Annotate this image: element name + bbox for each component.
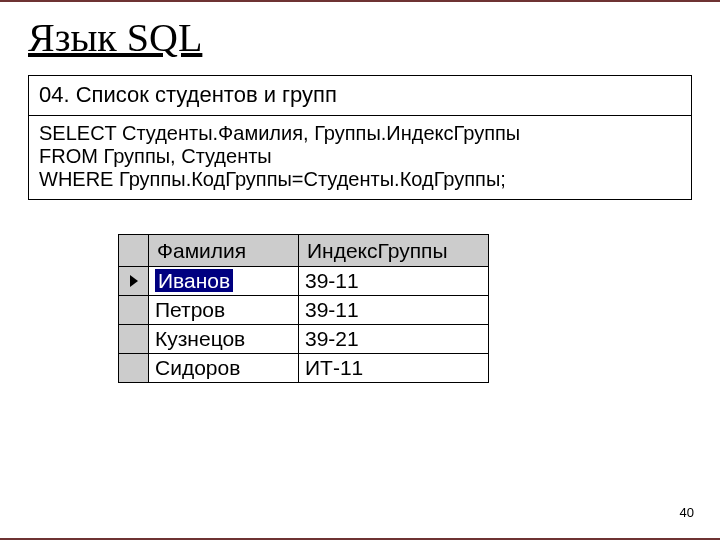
query-caption-box: 04. Список студентов и групп	[28, 75, 692, 116]
result-table: Фамилия ИндексГруппы Иванов39-11Петров39…	[118, 234, 489, 383]
sql-line-2: FROM Группы, Студенты	[39, 145, 681, 168]
cell-group[interactable]: ИТ-11	[299, 354, 489, 383]
query-caption: 04. Список студентов и групп	[39, 82, 337, 107]
row-selector-cell[interactable]	[119, 267, 149, 296]
page-title: Язык SQL	[28, 14, 692, 61]
column-header-group: ИндексГруппы	[299, 235, 489, 267]
row-selector-header	[119, 235, 149, 267]
cell-group[interactable]: 39-21	[299, 325, 489, 354]
svg-marker-0	[130, 275, 138, 287]
result-grid-container: Фамилия ИндексГруппы Иванов39-11Петров39…	[118, 234, 692, 383]
current-row-icon	[128, 274, 140, 288]
query-sql-box: SELECT Студенты.Фамилия, Группы.ИндексГр…	[28, 116, 692, 200]
row-selector-cell[interactable]	[119, 354, 149, 383]
sql-keyword-select: SELECT	[39, 122, 116, 144]
column-header-surname: Фамилия	[149, 235, 299, 267]
cell-group[interactable]: 39-11	[299, 267, 489, 296]
sql-line-1: SELECT Студенты.Фамилия, Группы.ИндексГр…	[39, 122, 681, 145]
table-row[interactable]: СидоровИТ-11	[119, 354, 489, 383]
sql-keyword-from: FROM	[39, 145, 98, 167]
sql-keyword-where: WHERE	[39, 168, 113, 190]
row-selector-cell[interactable]	[119, 325, 149, 354]
table-header-row: Фамилия ИндексГруппы	[119, 235, 489, 267]
cell-surname[interactable]: Кузнецов	[149, 325, 299, 354]
table-row[interactable]: Иванов39-11	[119, 267, 489, 296]
cell-surname[interactable]: Иванов	[149, 267, 299, 296]
selected-cell-value: Иванов	[155, 269, 233, 292]
sql-rest-2: Группы, Студенты	[98, 145, 272, 167]
table-row[interactable]: Петров39-11	[119, 296, 489, 325]
cell-surname[interactable]: Сидоров	[149, 354, 299, 383]
sql-rest-3: Группы.КодГруппы=Студенты.КодГруппы;	[113, 168, 505, 190]
sql-line-3: WHERE Группы.КодГруппы=Студенты.КодГрупп…	[39, 168, 681, 191]
cell-group[interactable]: 39-11	[299, 296, 489, 325]
cell-surname[interactable]: Петров	[149, 296, 299, 325]
sql-rest-1: Студенты.Фамилия, Группы.ИндексГруппы	[116, 122, 520, 144]
table-row[interactable]: Кузнецов39-21	[119, 325, 489, 354]
page-number: 40	[680, 505, 694, 520]
row-selector-cell[interactable]	[119, 296, 149, 325]
slide: Язык SQL 04. Список студентов и групп SE…	[0, 0, 720, 540]
